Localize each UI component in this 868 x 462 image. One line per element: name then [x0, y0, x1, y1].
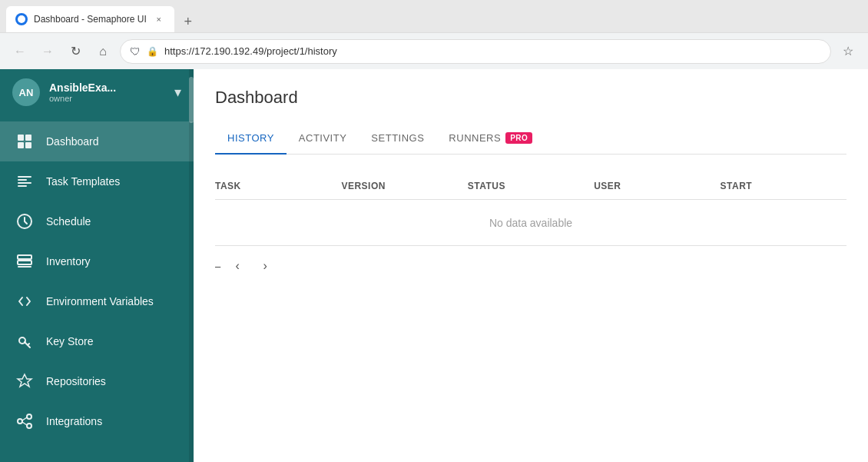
repositories-icon [15, 372, 34, 391]
browser-chrome: Dashboard - Semaphore UI × + ← → ↻ ⌂ 🛡 🔒… [0, 0, 868, 69]
sidebar-item-label: Task Templates [46, 175, 120, 188]
col-version: VERSION [341, 181, 467, 191]
col-start: START [721, 181, 846, 191]
sidebar-nav: Dashboard Task Templates [0, 115, 194, 462]
sidebar-header[interactable]: AN AnsibleExa... owner ▾ [0, 69, 194, 115]
tab-favicon [15, 13, 28, 25]
sidebar-item-key-store[interactable]: Key Store [0, 321, 194, 361]
sidebar-item-schedule[interactable]: Schedule [0, 201, 194, 241]
schedule-icon [15, 212, 34, 231]
tab-settings[interactable]: SETTINGS [359, 123, 436, 155]
svg-point-10 [27, 414, 31, 419]
svg-rect-0 [18, 135, 24, 141]
new-tab-button[interactable]: + [177, 11, 199, 32]
svg-rect-3 [25, 142, 31, 148]
sidebar-item-task-templates[interactable]: Task Templates [0, 161, 194, 201]
sidebar-item-label: Repositories [46, 375, 106, 387]
table-header: TASK VERSION STATUS USER START [215, 173, 846, 200]
svg-rect-5 [18, 255, 31, 259]
col-task: TASK [215, 181, 341, 191]
app-body: AN AnsibleExa... owner ▾ [0, 69, 868, 462]
main-header: Dashboard HISTORY ACTIVITY SETTINGS RUNN… [194, 69, 868, 155]
svg-point-11 [27, 424, 31, 428]
environment-variables-icon [15, 292, 34, 311]
sidebar-item-label: Dashboard [46, 135, 99, 148]
sidebar-item-label: Integrations [46, 415, 102, 427]
svg-point-9 [18, 419, 22, 424]
svg-line-13 [22, 422, 27, 425]
pagination-next-button[interactable]: › [254, 255, 276, 277]
chevron-down-icon: ▾ [174, 84, 181, 101]
lock-icon: 🔒 [147, 46, 158, 57]
address-text: https://172.190.192.49/project/1/history [164, 45, 821, 57]
browser-nav-bar: ← → ↻ ⌂ 🛡 🔒 https://172.190.192.49/proje… [0, 32, 868, 69]
tab-bar: Dashboard - Semaphore UI × + [0, 0, 205, 32]
back-button[interactable]: ← [9, 41, 31, 62]
sidebar-item-repositories[interactable]: Repositories [0, 361, 194, 401]
sidebar-project-name: AnsibleExa... [49, 81, 165, 94]
key-store-icon [15, 332, 34, 351]
shield-icon: 🛡 [130, 45, 141, 58]
table-section: TASK VERSION STATUS USER START No data a… [194, 155, 868, 304]
pagination-info: – [215, 261, 220, 272]
sidebar: AN AnsibleExa... owner ▾ [0, 69, 194, 462]
integrations-icon [15, 412, 34, 430]
no-data-text: No data available [489, 217, 572, 229]
forward-button[interactable]: → [37, 41, 58, 62]
address-bar[interactable]: 🛡 🔒 https://172.190.192.49/project/1/his… [120, 39, 831, 64]
sidebar-item-environment-variables[interactable]: Environment Variables [0, 281, 194, 321]
inventory-icon [15, 252, 34, 271]
avatar: AN [12, 78, 40, 106]
tab-title: Dashboard - Semaphore UI [34, 14, 147, 25]
main-content: Dashboard HISTORY ACTIVITY SETTINGS RUNN… [194, 69, 868, 462]
sidebar-item-label: Environment Variables [46, 295, 154, 307]
sidebar-item-label: Inventory [46, 255, 91, 268]
sidebar-item-dashboard[interactable]: Dashboard [0, 121, 194, 161]
sidebar-item-inventory[interactable]: Inventory [0, 241, 194, 281]
tab-history[interactable]: HISTORY [215, 123, 287, 155]
page-title: Dashboard [215, 88, 846, 108]
col-user: USER [594, 181, 720, 191]
tab-runners[interactable]: RUNNERS PRO [436, 123, 545, 155]
dashboard-icon [15, 132, 34, 151]
svg-rect-2 [18, 142, 24, 148]
sidebar-item-label: Key Store [46, 335, 93, 347]
tab-activity[interactable]: ACTIVITY [287, 123, 359, 155]
sidebar-item-integrations[interactable]: Integrations [0, 401, 194, 441]
sidebar-project-role: owner [49, 94, 165, 103]
svg-rect-6 [18, 261, 31, 264]
pro-badge: PRO [505, 132, 532, 144]
table-body: No data available [215, 200, 846, 246]
browser-tab-active[interactable]: Dashboard - Semaphore UI × [6, 6, 174, 32]
pagination-prev-button[interactable]: ‹ [227, 255, 248, 277]
home-button[interactable]: ⌂ [92, 41, 114, 62]
sidebar-project-info: AnsibleExa... owner [49, 81, 165, 103]
svg-rect-7 [18, 266, 31, 268]
bookmark-button[interactable]: ☆ [837, 41, 859, 62]
sidebar-scrollbar[interactable] [189, 69, 194, 462]
pagination: – ‹ › [215, 246, 846, 286]
svg-line-12 [22, 417, 27, 420]
task-templates-icon [15, 172, 34, 191]
sidebar-item-label: Schedule [46, 215, 91, 228]
svg-rect-1 [25, 135, 31, 141]
tab-close-button[interactable]: × [153, 13, 165, 25]
tabs-bar: HISTORY ACTIVITY SETTINGS RUNNERS PRO [215, 123, 846, 155]
refresh-button[interactable]: ↻ [65, 41, 86, 62]
col-status: STATUS [468, 181, 594, 191]
